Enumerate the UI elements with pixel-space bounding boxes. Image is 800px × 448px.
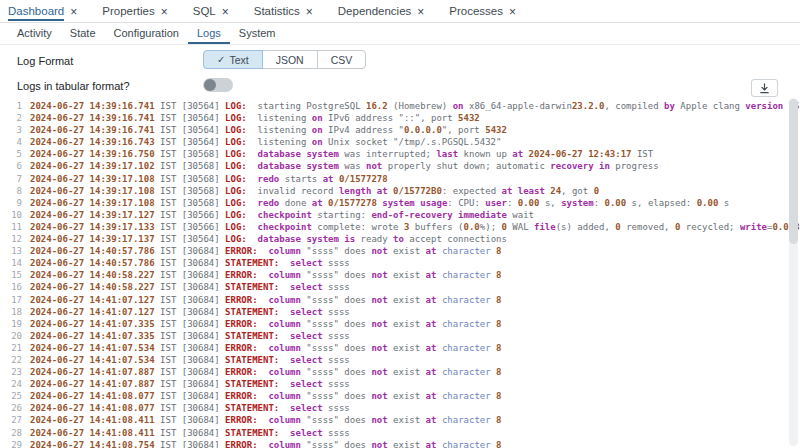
doc-tab-sql[interactable]: SQL×	[193, 0, 240, 22]
log-token: character	[442, 343, 491, 353]
log-token: 8	[496, 246, 501, 256]
log-token	[247, 174, 258, 184]
log-token: 0.00	[697, 198, 719, 208]
log-token: at	[426, 415, 437, 425]
log-line: 272024-06-27 14:41:08.411 IST [30684] ER…	[0, 414, 800, 426]
format-csv-button[interactable]: CSV	[317, 50, 367, 69]
log-token: at	[426, 367, 437, 377]
log-token: IST [30684]	[155, 246, 225, 256]
log-line: 262024-06-27 14:41:08.077 IST [30684] ST…	[0, 402, 800, 414]
log-token	[279, 282, 290, 292]
line-number: 28	[0, 427, 22, 439]
log-token: starts	[279, 174, 322, 184]
log-line: 152024-06-27 14:40:58.227 IST [30684] ER…	[0, 269, 800, 281]
doc-tab-properties[interactable]: Properties×	[102, 0, 178, 22]
log-token: select	[290, 258, 323, 268]
tab-system[interactable]: System	[230, 23, 285, 44]
close-icon[interactable]: ×	[70, 5, 77, 18]
log-token: 2024-06-27 14:41:07.335	[30, 331, 155, 341]
log-scrollbar-thumb[interactable]	[789, 99, 798, 244]
doc-tab-label: SQL	[193, 1, 216, 21]
log-token: STATEMENT:	[225, 355, 279, 365]
log-token: 2024-06-27 14:39:17.102	[30, 161, 155, 171]
line-number: 9	[0, 197, 22, 209]
tab-logs[interactable]: Logs	[188, 23, 230, 44]
log-token: 2024-06-27 14:41:07.534	[30, 343, 155, 353]
log-token: not	[371, 415, 387, 425]
log-token: ssss	[323, 282, 350, 292]
log-token: 2024-06-27 14:39:16.741	[30, 113, 155, 123]
log-token: was	[339, 161, 366, 171]
doc-tab-statistics[interactable]: Statistics×	[254, 0, 324, 22]
log-token: invalid record	[247, 186, 339, 196]
tab-configuration[interactable]: Configuration	[105, 23, 188, 44]
log-line: 92024-06-27 14:39:17.108 IST [30568] LOG…	[0, 197, 800, 209]
log-token: 2024-06-27 14:39:17.127	[30, 210, 155, 220]
log-token: ready	[355, 234, 393, 244]
log-token: at	[426, 440, 437, 448]
line-number: 2	[0, 112, 22, 124]
doc-tab-dependencies[interactable]: Dependencies×	[338, 0, 436, 22]
log-viewer[interactable]: 12024-06-27 14:39:16.741 IST [30564] LOG…	[0, 98, 800, 448]
log-scrollbar[interactable]	[789, 98, 798, 446]
log-token: progress	[610, 161, 659, 171]
format-button-label: CSV	[331, 54, 353, 66]
log-token: IST [30684]	[155, 282, 225, 292]
log-token: "ssss" does	[301, 367, 371, 377]
log-token	[279, 355, 290, 365]
line-number: 18	[0, 306, 22, 318]
close-icon[interactable]: ×	[417, 5, 424, 18]
log-line: 182024-06-27 14:41:07.127 IST [30684] ST…	[0, 306, 800, 318]
log-token: select	[290, 379, 323, 389]
tabular-format-toggle[interactable]	[203, 78, 233, 92]
log-line: 222024-06-27 14:41:07.534 IST [30684] ST…	[0, 354, 800, 366]
log-token: STATEMENT:	[225, 282, 279, 292]
doc-tab-processes[interactable]: Processes×	[449, 0, 527, 22]
log-token: 0	[594, 186, 599, 196]
log-token: exist	[388, 367, 426, 377]
log-token: ERROR:	[225, 295, 258, 305]
log-token: IST [30684]	[155, 379, 225, 389]
log-token: ssss	[323, 258, 350, 268]
log-token: was interrupted;	[339, 149, 437, 159]
log-token: starting:	[312, 210, 372, 220]
log-token: not	[371, 391, 387, 401]
tab-activity[interactable]: Activity	[8, 23, 61, 44]
close-icon[interactable]: ×	[161, 5, 168, 18]
log-line: 62024-06-27 14:39:17.102 IST [30568] LOG…	[0, 160, 800, 172]
log-token: exist	[388, 391, 426, 401]
download-logs-button[interactable]	[751, 79, 778, 97]
line-number: 23	[0, 366, 22, 378]
log-token: LOG:	[225, 174, 247, 184]
doc-tab-dashboard[interactable]: Dashboard×	[8, 0, 88, 22]
log-token: IST [30684]	[155, 367, 225, 377]
log-token: column	[268, 343, 301, 353]
format-json-button[interactable]: JSON	[262, 50, 318, 69]
close-icon[interactable]: ×	[306, 5, 313, 18]
log-token: redo	[258, 198, 280, 208]
log-token: select	[290, 307, 323, 317]
log-line: 42024-06-27 14:39:16.743 IST [30564] LOG…	[0, 136, 800, 148]
log-line: 292024-06-27 14:41:08.754 IST [30684] ER…	[0, 439, 800, 448]
line-number: 6	[0, 160, 22, 172]
tab-state[interactable]: State	[61, 23, 105, 44]
log-token: , got	[561, 186, 594, 196]
log-token: character	[442, 367, 491, 377]
close-icon[interactable]: ×	[222, 5, 229, 18]
log-token: ssss	[323, 331, 350, 341]
line-number: 16	[0, 281, 22, 293]
log-token: ERROR:	[225, 391, 258, 401]
log-token: 2024-06-27 14:41:07.335	[30, 319, 155, 329]
log-token	[258, 319, 269, 329]
close-icon[interactable]: ×	[509, 5, 516, 18]
log-token: Unix socket "/tmp/.s.PGSQL.5432"	[323, 137, 502, 147]
format-text-button[interactable]: ✓Text	[203, 50, 263, 69]
line-number: 26	[0, 402, 22, 414]
log-token: system	[561, 198, 594, 208]
log-token: listening	[247, 113, 312, 123]
log-token: recycled;	[680, 222, 740, 232]
log-token: character	[442, 440, 491, 448]
log-token: exist	[388, 319, 426, 329]
log-token: 2024-06-27 14:41:07.534	[30, 355, 155, 365]
log-token: properly shut down; automatic	[382, 161, 550, 171]
